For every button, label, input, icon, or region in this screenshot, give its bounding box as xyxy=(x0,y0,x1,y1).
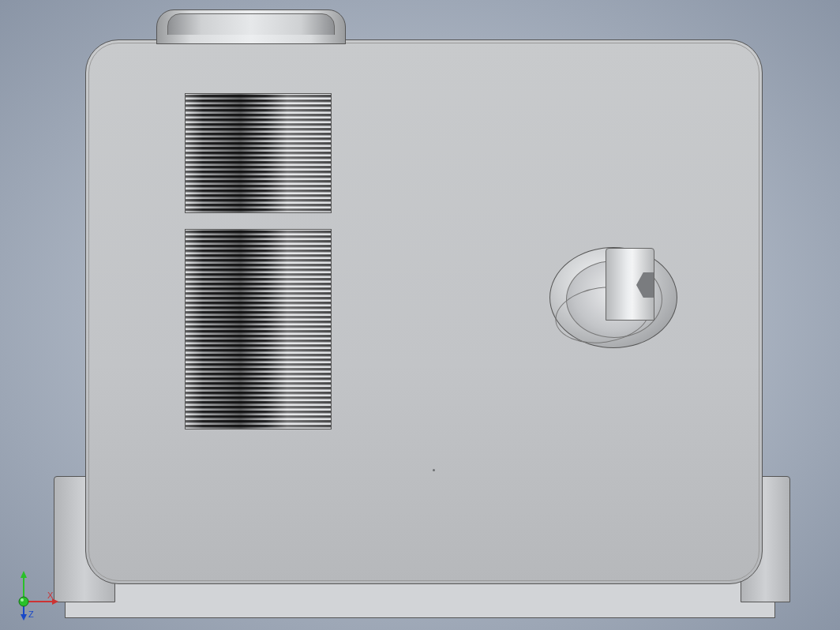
triad-svg: X Z xyxy=(13,565,68,621)
top-boss-seam xyxy=(156,35,346,44)
shaft-keyway xyxy=(636,272,654,298)
grill-shade xyxy=(186,230,331,429)
internal-shaft xyxy=(606,248,654,321)
center-mark xyxy=(433,469,435,471)
z-axis-label: Z xyxy=(28,609,34,619)
vent-grill-lower xyxy=(185,229,332,429)
y-axis-arrow xyxy=(21,571,27,578)
cad-viewport[interactable]: X Z xyxy=(0,0,840,630)
triad-origin-highlight xyxy=(21,598,24,602)
grill-shade xyxy=(186,94,331,212)
circular-opening xyxy=(549,247,677,348)
orientation-triad[interactable]: X Z xyxy=(13,565,68,621)
z-axis-arrow xyxy=(21,614,27,621)
x-axis-label: X xyxy=(47,591,54,600)
vent-grill-upper xyxy=(185,93,332,213)
triad-origin xyxy=(19,597,28,606)
